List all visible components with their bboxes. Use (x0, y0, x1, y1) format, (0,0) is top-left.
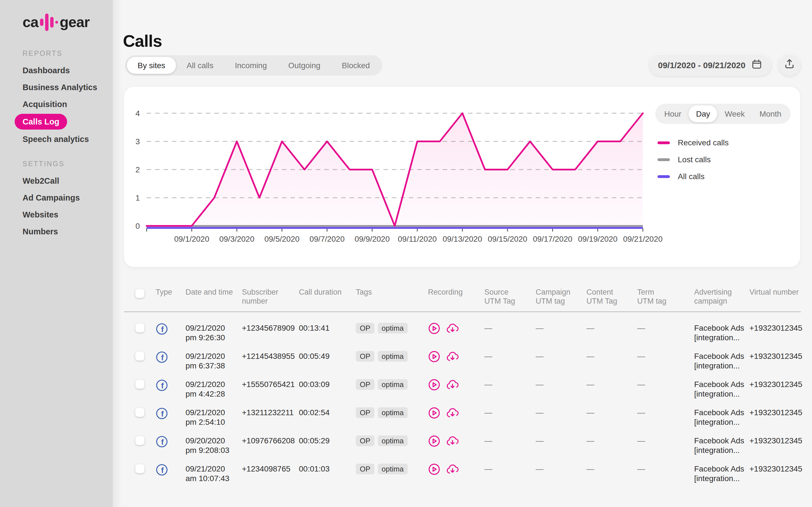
tab-incoming[interactable]: Incoming (224, 57, 278, 74)
svg-text:f: f (161, 325, 164, 334)
row-checkbox[interactable] (135, 351, 144, 360)
facebook-icon: f (156, 468, 168, 478)
sidebar-item-business-analytics[interactable]: Business Analytics (0, 79, 113, 96)
svg-text:f: f (161, 353, 164, 362)
download-recording-button[interactable] (446, 407, 460, 421)
row-checkbox[interactable] (135, 436, 144, 445)
svg-text:09/9/2020: 09/9/2020 (355, 235, 390, 243)
virtual-number-cell: +19323012345 (749, 407, 801, 417)
svg-text:f: f (161, 466, 164, 474)
subscriber-number-cell: +1234098765 (242, 463, 299, 473)
content-utm-cell: — (587, 463, 637, 473)
row-checkbox[interactable] (135, 323, 144, 332)
date-range-picker[interactable]: 09/1/2020 - 09/21/2020 (649, 54, 771, 76)
advertising-campaign-cell: Facebook Ads[integration... (694, 379, 749, 398)
play-recording-button[interactable] (428, 435, 441, 450)
row-checkbox[interactable] (135, 408, 144, 417)
term-utm-cell: — (637, 322, 694, 333)
campaign-utm-cell: — (536, 407, 587, 417)
svg-text:09/5/2020: 09/5/2020 (264, 235, 300, 243)
column-header-content-utm-tag: ContentUTM Tag (587, 288, 637, 306)
advertising-campaign-cell: Facebook Ads[integration... (694, 435, 749, 455)
select-all-checkbox[interactable] (135, 289, 144, 298)
svg-text:f: f (161, 381, 164, 390)
tab-all-calls[interactable]: All calls (176, 57, 224, 74)
calls-table: TypeDate and timeSubscribernumberCall du… (124, 284, 801, 491)
svg-text:09/3/2020: 09/3/2020 (219, 235, 255, 243)
sidebar-item-calls-log[interactable]: Calls Log (15, 114, 67, 129)
table-row: f09/21/2020pm 6:37:38+1214543895500:05:4… (124, 350, 801, 379)
facebook-icon: f (156, 327, 168, 337)
call-type-cell: f (156, 464, 186, 478)
recording-cell (428, 379, 485, 393)
download-recording-button[interactable] (446, 379, 460, 393)
source-utm-cell: — (485, 379, 536, 389)
table-body: f09/21/2020pm 9:26:30+1234567890900:13:4… (124, 312, 801, 491)
tag-badge-optima: optima (378, 407, 408, 418)
column-header-term-utm-tag: TermUTM tag (637, 288, 694, 306)
table-row: f09/21/2020pm 9:26:30+1234567890900:13:4… (124, 322, 801, 350)
tag-badge-optima: optima (378, 464, 408, 474)
sidebar-item-websites[interactable]: Websites (0, 206, 113, 223)
svg-text:09/1/2020: 09/1/2020 (174, 235, 209, 243)
granularity-day[interactable]: Day (689, 105, 718, 122)
tab-outgoing[interactable]: Outgoing (278, 57, 331, 74)
date-time-cell: 09/21/2020pm 4:42:28 (186, 379, 242, 398)
logo-text-left: ca (22, 13, 38, 31)
tag-badge-op: OP (356, 351, 374, 362)
tag-badge-op: OP (356, 323, 374, 334)
main-content: Calls By sitesAll callsIncomingOutgoingB… (113, 0, 812, 507)
column-header-recording: Recording (428, 288, 485, 297)
export-button[interactable] (778, 54, 801, 76)
row-checkbox-cell (135, 407, 156, 417)
content-utm-cell: — (587, 435, 637, 445)
legend-item-received-calls[interactable]: Received calls (658, 134, 729, 151)
download-recording-button[interactable] (446, 350, 460, 365)
virtual-number-cell: +19323012345 (749, 350, 801, 361)
virtual-number-cell: +19323012345 (749, 435, 801, 445)
legend-swatch-all-calls (658, 175, 670, 178)
download-recording-button[interactable] (446, 435, 460, 450)
sidebar-item-dashboards[interactable]: Dashboards (0, 62, 113, 79)
sidebar-item-speech-analytics[interactable]: Speech analytics (0, 131, 113, 148)
table-row: f09/20/2020pm 9:208:03+1097676620800:05:… (124, 435, 801, 463)
sidebar-item-numbers[interactable]: Numbers (0, 223, 113, 240)
play-recording-button[interactable] (428, 322, 441, 337)
play-recording-button[interactable] (428, 463, 441, 478)
term-utm-cell: — (637, 350, 694, 361)
play-recording-button[interactable] (428, 350, 441, 365)
legend-item-lost-calls[interactable]: Lost calls (658, 151, 729, 168)
tag-badge-optima: optima (378, 436, 408, 446)
call-duration-cell: 00:03:09 (299, 379, 356, 389)
recording-cell (428, 407, 485, 421)
granularity-week[interactable]: Week (718, 105, 752, 122)
play-recording-button[interactable] (428, 379, 441, 393)
legend-item-all-calls[interactable]: All calls (658, 168, 729, 185)
row-checkbox-cell (135, 322, 156, 332)
tags-cell: OPoptima (356, 350, 428, 362)
tab-blocked[interactable]: Blocked (331, 57, 380, 74)
date-time-cell: 09/21/2020pm 6:37:38 (186, 350, 242, 370)
sidebar-item-acquisition[interactable]: Acquisition (0, 96, 113, 113)
granularity-month[interactable]: Month (752, 105, 789, 122)
date-time-cell: 09/21/2020pm 9:26:30 (186, 322, 242, 342)
download-recording-button[interactable] (446, 463, 460, 478)
tags-cell: OPoptima (356, 407, 428, 418)
svg-text:3: 3 (135, 137, 140, 146)
sidebar-item-web2call[interactable]: Web2Call (0, 172, 113, 189)
page-title: Calls (123, 32, 162, 51)
term-utm-cell: — (637, 435, 694, 445)
row-checkbox[interactable] (135, 380, 144, 389)
call-type-cell: f (156, 323, 186, 337)
granularity-hour[interactable]: Hour (657, 105, 689, 122)
date-time-cell: 09/21/2020pm 2:54:10 (186, 407, 242, 427)
logo-waveform-icon (40, 13, 58, 31)
sidebar-item-ad-campaings[interactable]: Ad Campaings (0, 189, 113, 206)
advertising-campaign-cell: Facebook Ads[integration... (694, 407, 749, 427)
svg-text:09/17/2020: 09/17/2020 (533, 235, 572, 243)
download-recording-button[interactable] (446, 322, 460, 337)
row-checkbox[interactable] (135, 464, 144, 473)
tab-by-sites[interactable]: By sites (127, 57, 176, 74)
play-recording-button[interactable] (428, 407, 441, 421)
facebook-icon: f (156, 440, 168, 450)
